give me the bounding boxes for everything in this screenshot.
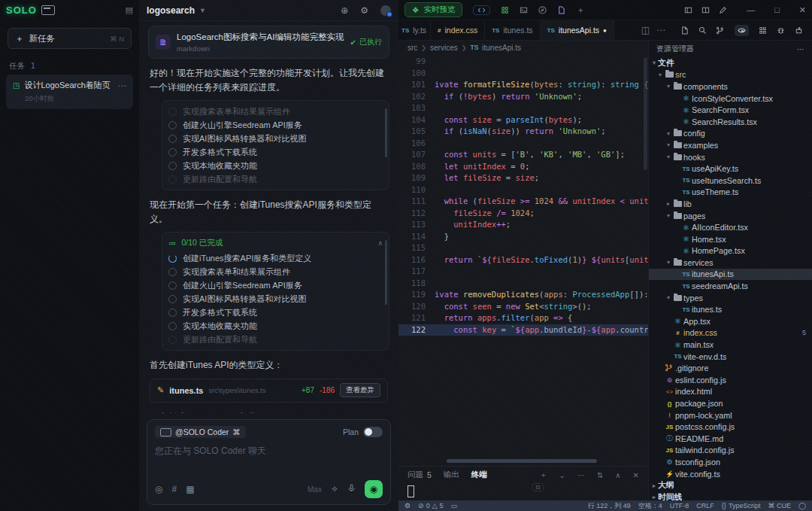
sparkle-icon[interactable]: ✧	[331, 484, 338, 494]
horizontal-scrollbar[interactable]	[403, 459, 644, 464]
hash-icon[interactable]: #	[171, 484, 177, 494]
file-change-row-itunes[interactable]: ✎ itunes.ts src\types\itunes.ts +87 -186…	[150, 379, 388, 403]
grid-icon[interactable]	[759, 26, 767, 35]
breadcrumb-item[interactable]: services	[430, 44, 458, 52]
tree-item-useTheme.ts[interactable]: TSuseTheme.ts	[649, 187, 812, 199]
tree-item-itunesApi.ts[interactable]: TSitunesApi.ts	[649, 269, 812, 281]
breadcrumb-item[interactable]: src	[408, 44, 417, 52]
tree-item-package.json[interactable]: {}package.json	[649, 397, 812, 409]
close-panel-icon[interactable]: ✕	[633, 471, 639, 479]
tree-item-useItunesSearch.ts[interactable]: TSuseItunesSearch.ts	[649, 175, 812, 187]
panel-tab-终端[interactable]: 终端	[471, 470, 487, 480]
panel-tab-输出[interactable]: 输出	[444, 470, 459, 480]
explorer-more-icon[interactable]: ⋯	[797, 45, 804, 53]
tree-item-index.html[interactable]: <>index.html	[649, 386, 812, 398]
tree-item-SearchResults.tsx[interactable]: ⚛SearchResults.tsx	[649, 116, 812, 128]
eol-sequence[interactable]: CRLF	[696, 502, 714, 509]
tree-item-index.css[interactable]: #index.css5	[649, 327, 812, 339]
layout-icon[interactable]	[684, 6, 692, 14]
tree-item-HomePage.tsx[interactable]: ⚛HomePage.tsx	[649, 245, 812, 257]
collapse-card-icon[interactable]: ∧	[377, 239, 383, 247]
bell-icon[interactable]: ◯	[798, 502, 806, 509]
maximize-button[interactable]: □	[774, 5, 780, 14]
tree-item-.gitignore[interactable]: .gitignore	[649, 362, 812, 374]
remote-icon[interactable]: ⚙	[404, 502, 411, 509]
card-scrollbar[interactable]	[385, 240, 387, 305]
tree-item-hooks[interactable]: ▾hooks	[649, 151, 812, 163]
tree-item-postcss.config.js[interactable]: JSpostcss.config.js	[649, 421, 812, 433]
chat-input-placeholder[interactable]: 您正在与 SOLO Coder 聊天	[155, 445, 383, 480]
search-icon[interactable]	[698, 26, 707, 35]
tree-item-pages[interactable]: ▾pages	[649, 210, 812, 222]
new-chat-icon[interactable]: ⊕	[341, 5, 348, 16]
tree-item-大纲[interactable]: ▸大纲	[649, 479, 812, 491]
problems-status[interactable]: ⊘0 △5	[418, 502, 444, 509]
terminal-icon[interactable]	[520, 6, 528, 14]
conversation-title[interactable]: logosearch	[147, 5, 195, 16]
tree-item-main.tsx[interactable]: ⚛main.tsx	[649, 339, 812, 351]
close-button[interactable]: ✕	[799, 5, 806, 15]
tree-item-tailwind.config.js[interactable]: JStailwind.config.js	[649, 445, 812, 457]
tree-item-App.tsx[interactable]: ⚛App.tsx	[649, 315, 812, 327]
gear-icon[interactable]: ⚙	[360, 5, 368, 16]
tree-item-SearchForm.tsx[interactable]: ⚛SearchForm.tsx	[649, 104, 812, 116]
tree-item-src[interactable]: ▾src	[649, 69, 812, 81]
chat-scroll-area[interactable]: 🗎 LogoSearch图标搜索与AI编辑功能完整实现方案 markdown ✔…	[139, 21, 398, 413]
tree-item-README.md[interactable]: ⓘREADME.md	[649, 433, 812, 445]
tree-item-IconStyleConverter.tsx[interactable]: ⚛IconStyleConverter.tsx	[649, 93, 812, 105]
tree-item-tsconfig.json[interactable]: ⚙tsconfig.json	[649, 456, 812, 468]
mic-icon[interactable]	[347, 484, 356, 494]
code-area[interactable]: 99100101ivate formatFileSize(bytes: stri…	[398, 54, 648, 459]
live-preview-tab[interactable]: ❖ 实时预览	[404, 2, 462, 17]
cursor-position[interactable]: 行 122，列 49	[588, 501, 631, 511]
minimize-button[interactable]: —	[747, 5, 755, 14]
plan-toggle[interactable]	[363, 427, 383, 437]
tree-item-components[interactable]: ▾components	[649, 81, 812, 93]
file-purple-icon[interactable]	[557, 6, 565, 14]
bug-icon[interactable]	[777, 26, 785, 35]
tree-item-types[interactable]: ▾types	[649, 292, 812, 304]
tree-item-Home.tsx[interactable]: ⚛Home.tsx	[649, 233, 812, 245]
tree-item-pnpm-lock.yaml[interactable]: !pnpm-lock.yaml	[649, 409, 812, 421]
max-mode-label[interactable]: Max	[308, 485, 322, 494]
tree-item-vite-env.d.ts[interactable]: TSvite-env.d.ts	[649, 351, 812, 363]
dropdown-icon[interactable]: ⌄	[559, 471, 565, 479]
robot-icon[interactable]	[795, 26, 803, 35]
agent-chip[interactable]: @SOLO Coder ⌘	[155, 426, 246, 438]
editor-tab-ly.ts[interactable]: TSly.ts	[398, 20, 431, 40]
pen-icon[interactable]	[719, 6, 727, 14]
card-scrollbar[interactable]	[385, 108, 387, 157]
git-branch-icon[interactable]	[717, 26, 725, 35]
add-terminal-icon[interactable]: ＋	[540, 470, 547, 480]
tree-item-eslint.config.js[interactable]: ⊛eslint.config.js	[649, 374, 812, 386]
more-actions-icon[interactable]: ⋯	[656, 25, 665, 35]
compass-icon[interactable]	[538, 6, 547, 14]
tree-item-文件[interactable]: ▾文件	[649, 57, 812, 69]
breadcrumb-item[interactable]: itunesApi.ts	[482, 44, 521, 52]
new-file-icon[interactable]	[680, 26, 689, 35]
tree-item-seedreamApi.ts[interactable]: TSseedreamApi.ts	[649, 280, 812, 292]
code-tag-icon[interactable]	[473, 5, 490, 15]
tree-item-vite.config.ts[interactable]: ⚡vite.config.ts	[649, 468, 812, 480]
indentation[interactable]: 空格：4	[638, 501, 662, 511]
editor-tab-index.css[interactable]: #index.css	[431, 20, 485, 40]
chevron-down-icon[interactable]: ▼	[199, 7, 206, 14]
editor-scrollbar[interactable]	[644, 57, 647, 170]
new-task-button[interactable]: ＋ 新任务 ⌘ N	[8, 28, 132, 49]
encoding[interactable]: UTF-8	[670, 502, 689, 509]
stop-send-button[interactable]: ◉	[365, 480, 383, 498]
mention-icon[interactable]: ◎	[155, 484, 162, 494]
tree-item-useApiKey.ts[interactable]: TSuseApiKey.ts	[649, 163, 812, 175]
cue-shortcut[interactable]: ⌘ CUE	[768, 502, 791, 509]
breadcrumb[interactable]: src❯services❯TSitunesApi.ts	[398, 41, 648, 54]
task-more-icon[interactable]: ⋯	[117, 81, 126, 91]
chat-input-card[interactable]: @SOLO Coder ⌘ Plan 您正在与 SOLO Coder 聊天 ◎ …	[147, 419, 391, 505]
tree-item-examples[interactable]: ▾examples	[649, 139, 812, 151]
view-diff-button[interactable]: 查看差异	[340, 383, 380, 397]
language-mode[interactable]: {}TypeScript	[722, 502, 761, 509]
ports-icon[interactable]: ▭	[451, 502, 458, 509]
todo-progress-header[interactable]: ≔ 0/10 已完成 ∧	[168, 236, 383, 251]
tree-item-AIIconEditor.tsx[interactable]: ⚛AIIconEditor.tsx	[649, 221, 812, 233]
editor-tab-itunes.ts[interactable]: TSitunes.ts	[485, 20, 540, 40]
image-attach-icon[interactable]: ▦	[186, 484, 194, 494]
